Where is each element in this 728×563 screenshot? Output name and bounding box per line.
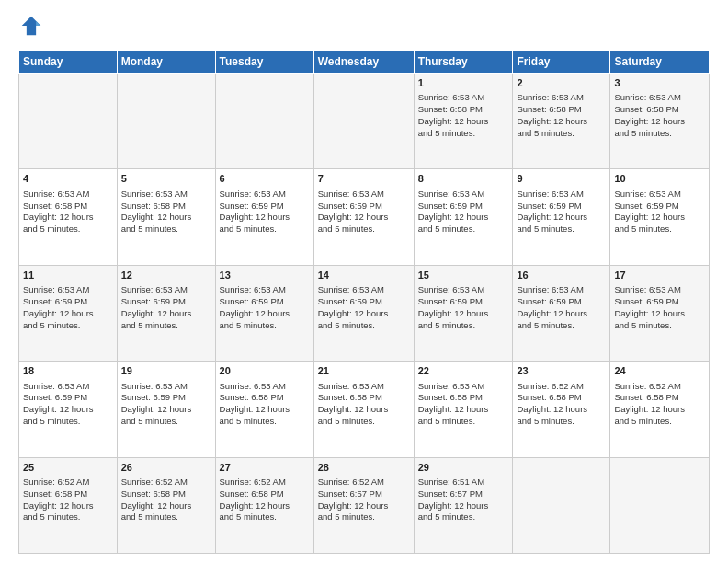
day-number: 4 [23, 172, 113, 186]
table-row [313, 74, 414, 169]
day-number: 21 [318, 364, 410, 378]
table-row: 15Sunrise: 6:53 AM Sunset: 6:59 PM Dayli… [414, 265, 513, 361]
table-row: 2Sunrise: 6:53 AM Sunset: 6:58 PM Daylig… [513, 74, 610, 169]
col-saturday: Saturday [610, 51, 710, 74]
day-info: Sunrise: 6:53 AM Sunset: 6:59 PM Dayligh… [418, 189, 509, 236]
col-monday: Monday [117, 51, 215, 74]
svg-marker-1 [36, 21, 40, 26]
table-row: 21Sunrise: 6:53 AM Sunset: 6:58 PM Dayli… [313, 362, 414, 457]
page-header [18, 15, 710, 40]
day-number: 5 [121, 172, 211, 186]
calendar-header-row: Sunday Monday Tuesday Wednesday Thursday… [19, 51, 710, 74]
day-info: Sunrise: 6:53 AM Sunset: 6:58 PM Dayligh… [418, 381, 509, 428]
day-number: 1 [418, 76, 509, 90]
calendar-week-row: 11Sunrise: 6:53 AM Sunset: 6:59 PM Dayli… [19, 265, 710, 361]
day-number: 28 [318, 461, 410, 475]
day-info: Sunrise: 6:53 AM Sunset: 6:58 PM Dayligh… [418, 92, 509, 139]
day-number: 26 [121, 461, 211, 475]
table-row: 4Sunrise: 6:53 AM Sunset: 6:58 PM Daylig… [19, 169, 118, 265]
col-thursday: Thursday [414, 51, 513, 74]
day-info: Sunrise: 6:53 AM Sunset: 6:59 PM Dayligh… [318, 284, 410, 331]
day-number: 23 [517, 364, 606, 378]
day-info: Sunrise: 6:52 AM Sunset: 6:58 PM Dayligh… [614, 381, 705, 428]
day-info: Sunrise: 6:53 AM Sunset: 6:59 PM Dayligh… [121, 284, 211, 331]
calendar-week-row: 4Sunrise: 6:53 AM Sunset: 6:58 PM Daylig… [19, 169, 710, 265]
day-number: 17 [614, 269, 705, 282]
calendar-week-row: 25Sunrise: 6:52 AM Sunset: 6:58 PM Dayli… [19, 457, 710, 553]
day-info: Sunrise: 6:53 AM Sunset: 6:59 PM Dayligh… [614, 284, 705, 331]
table-row: 23Sunrise: 6:52 AM Sunset: 6:58 PM Dayli… [513, 362, 610, 457]
day-info: Sunrise: 6:53 AM Sunset: 6:58 PM Dayligh… [220, 381, 310, 428]
table-row: 18Sunrise: 6:53 AM Sunset: 6:59 PM Dayli… [19, 362, 118, 457]
table-row: 29Sunrise: 6:51 AM Sunset: 6:57 PM Dayli… [414, 457, 513, 553]
table-row: 3Sunrise: 6:53 AM Sunset: 6:58 PM Daylig… [610, 74, 710, 169]
table-row: 12Sunrise: 6:53 AM Sunset: 6:59 PM Dayli… [117, 265, 215, 361]
day-info: Sunrise: 6:53 AM Sunset: 6:59 PM Dayligh… [121, 381, 211, 428]
day-info: Sunrise: 6:51 AM Sunset: 6:57 PM Dayligh… [418, 477, 509, 523]
table-row: 16Sunrise: 6:53 AM Sunset: 6:59 PM Dayli… [513, 265, 610, 361]
day-number: 16 [517, 269, 606, 282]
day-info: Sunrise: 6:52 AM Sunset: 6:58 PM Dayligh… [23, 477, 113, 523]
table-row: 14Sunrise: 6:53 AM Sunset: 6:59 PM Dayli… [313, 265, 414, 361]
day-info: Sunrise: 6:52 AM Sunset: 6:58 PM Dayligh… [220, 477, 310, 523]
day-info: Sunrise: 6:53 AM Sunset: 6:59 PM Dayligh… [318, 189, 410, 236]
table-row: 22Sunrise: 6:53 AM Sunset: 6:58 PM Dayli… [414, 362, 513, 457]
day-info: Sunrise: 6:53 AM Sunset: 6:58 PM Dayligh… [614, 92, 705, 139]
day-number: 20 [220, 364, 310, 378]
table-row: 11Sunrise: 6:53 AM Sunset: 6:59 PM Dayli… [19, 265, 118, 361]
table-row [19, 74, 118, 169]
col-tuesday: Tuesday [215, 51, 313, 74]
day-info: Sunrise: 6:53 AM Sunset: 6:58 PM Dayligh… [318, 381, 410, 428]
table-row: 10Sunrise: 6:53 AM Sunset: 6:59 PM Dayli… [610, 169, 710, 265]
day-number: 11 [23, 269, 113, 282]
table-row: 27Sunrise: 6:52 AM Sunset: 6:58 PM Dayli… [215, 457, 313, 553]
day-info: Sunrise: 6:53 AM Sunset: 6:59 PM Dayligh… [614, 189, 705, 236]
day-number: 2 [517, 76, 606, 90]
table-row: 24Sunrise: 6:52 AM Sunset: 6:58 PM Dayli… [610, 362, 710, 457]
day-number: 9 [517, 172, 606, 186]
calendar-week-row: 18Sunrise: 6:53 AM Sunset: 6:59 PM Dayli… [19, 362, 710, 457]
table-row: 25Sunrise: 6:52 AM Sunset: 6:58 PM Dayli… [19, 457, 118, 553]
logo [18, 15, 42, 40]
day-number: 10 [614, 172, 705, 186]
table-row [117, 74, 215, 169]
table-row: 6Sunrise: 6:53 AM Sunset: 6:59 PM Daylig… [215, 169, 313, 265]
day-number: 6 [220, 172, 310, 186]
day-info: Sunrise: 6:52 AM Sunset: 6:57 PM Dayligh… [318, 477, 410, 523]
col-wednesday: Wednesday [313, 51, 414, 74]
table-row: 7Sunrise: 6:53 AM Sunset: 6:59 PM Daylig… [313, 169, 414, 265]
table-row: 13Sunrise: 6:53 AM Sunset: 6:59 PM Dayli… [215, 265, 313, 361]
table-row: 19Sunrise: 6:53 AM Sunset: 6:59 PM Dayli… [117, 362, 215, 457]
day-number: 27 [220, 461, 310, 475]
day-number: 25 [23, 461, 113, 475]
day-info: Sunrise: 6:53 AM Sunset: 6:58 PM Dayligh… [121, 189, 211, 236]
table-row: 17Sunrise: 6:53 AM Sunset: 6:59 PM Dayli… [610, 265, 710, 361]
day-number: 19 [121, 364, 211, 378]
table-row: 9Sunrise: 6:53 AM Sunset: 6:59 PM Daylig… [513, 169, 610, 265]
day-info: Sunrise: 6:53 AM Sunset: 6:59 PM Dayligh… [517, 189, 606, 236]
day-info: Sunrise: 6:53 AM Sunset: 6:59 PM Dayligh… [220, 284, 310, 331]
day-info: Sunrise: 6:53 AM Sunset: 6:58 PM Dayligh… [23, 189, 113, 236]
day-number: 18 [23, 364, 113, 378]
table-row: 20Sunrise: 6:53 AM Sunset: 6:58 PM Dayli… [215, 362, 313, 457]
logo-icon [20, 15, 42, 37]
col-sunday: Sunday [19, 51, 118, 74]
day-number: 3 [614, 76, 705, 90]
day-number: 29 [418, 461, 509, 475]
table-row [215, 74, 313, 169]
day-number: 15 [418, 269, 509, 282]
day-info: Sunrise: 6:53 AM Sunset: 6:59 PM Dayligh… [220, 189, 310, 236]
day-info: Sunrise: 6:52 AM Sunset: 6:58 PM Dayligh… [121, 477, 211, 523]
day-info: Sunrise: 6:53 AM Sunset: 6:59 PM Dayligh… [418, 284, 509, 331]
day-number: 24 [614, 364, 705, 378]
table-row: 28Sunrise: 6:52 AM Sunset: 6:57 PM Dayli… [313, 457, 414, 553]
calendar-week-row: 1Sunrise: 6:53 AM Sunset: 6:58 PM Daylig… [19, 74, 710, 169]
day-number: 7 [318, 172, 410, 186]
table-row [610, 457, 710, 553]
day-info: Sunrise: 6:53 AM Sunset: 6:59 PM Dayligh… [517, 284, 606, 331]
table-row: 5Sunrise: 6:53 AM Sunset: 6:58 PM Daylig… [117, 169, 215, 265]
calendar-table: Sunday Monday Tuesday Wednesday Thursday… [18, 50, 710, 554]
day-number: 13 [220, 269, 310, 282]
day-info: Sunrise: 6:53 AM Sunset: 6:58 PM Dayligh… [517, 92, 606, 139]
day-number: 8 [418, 172, 509, 186]
